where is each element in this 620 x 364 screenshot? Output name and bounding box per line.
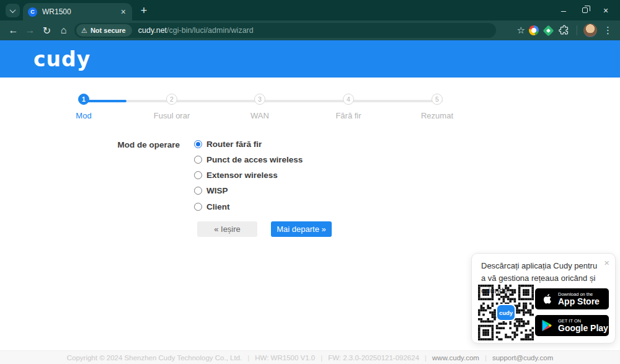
option-client[interactable]: Client (194, 202, 303, 211)
google-play-badge[interactable]: GET IT ON Google Play (535, 315, 609, 336)
browser-tab[interactable]: C WR1500 × (23, 3, 132, 20)
copyright-text: Copyright © 2024 Shenzhen Cudy Technolog… (67, 354, 242, 362)
cudy-logo: cudy (33, 47, 91, 71)
cudy-favicon-icon: C (28, 7, 37, 17)
restore-button[interactable] (574, 1, 595, 20)
app-download-popup: × Descărcați aplicația Cudy pentru a vă … (471, 253, 616, 344)
tab-search-button[interactable] (6, 4, 20, 17)
security-label: Not secure (91, 27, 126, 34)
radio-button[interactable] (194, 156, 202, 164)
option-wisp[interactable]: WISP (194, 187, 303, 195)
back-button[interactable]: ← (5, 22, 22, 39)
extensions-puzzle-icon[interactable] (558, 24, 570, 37)
step-wireless: 4 Fără fir (311, 92, 386, 120)
option-wireless-router[interactable]: Router fără fir (194, 140, 303, 148)
radio-button[interactable] (194, 203, 202, 211)
operation-mode-form: Mod de operare Router fără fir Punct de … (0, 140, 620, 218)
app-store-badge[interactable]: Download on the App Store (535, 288, 609, 309)
minimize-button[interactable]: – (553, 1, 574, 20)
url-text: cudy.net/cgi-bin/luci/admin/wizard (138, 26, 254, 35)
tab-title: WR1500 (42, 7, 120, 16)
browser-tab-strip: C WR1500 × + – × (0, 0, 620, 20)
radio-button[interactable] (194, 187, 202, 195)
tab-close-icon[interactable]: × (120, 7, 127, 16)
website-link[interactable]: www.cudy.com (432, 354, 479, 362)
mode-options: Router fără fir Punct de acces wireless … (194, 140, 303, 218)
step-timezone: 2 Fusul orar (135, 92, 209, 120)
window-controls: – × (553, 0, 616, 20)
security-chip[interactable]: ⚠ Not secure (76, 24, 132, 37)
toolbar-divider (577, 25, 577, 35)
chevron-down-icon (10, 7, 16, 13)
option-access-point[interactable]: Punct de acces wireless (194, 155, 303, 164)
new-tab-button[interactable]: + (136, 3, 151, 18)
next-button[interactable]: Mai departe » (271, 221, 332, 237)
step-mode: 1 Mod (46, 92, 121, 120)
warning-icon: ⚠ (81, 27, 87, 34)
google-play-icon (541, 319, 554, 332)
step-summary: 5 Rezumat (400, 92, 474, 120)
profile-avatar[interactable] (583, 24, 597, 37)
wizard-stepper: 1 Mod 2 Fusul orar 3 WAN 4 Fără fir 5 Re… (78, 92, 450, 123)
qr-cudy-logo: cudy (496, 304, 516, 321)
browser-toolbar: ← → ↻ ⌂ ⚠ Not secure cudy.net/cgi-bin/lu… (0, 20, 620, 40)
extension-icon[interactable] (529, 25, 539, 35)
qr-code: cudy (478, 285, 534, 340)
reload-button[interactable]: ↻ (38, 22, 55, 39)
menu-kebab-icon[interactable]: ⋮ (601, 25, 615, 36)
address-bar[interactable]: ⚠ Not secure cudy.net/cgi-bin/luci/admin… (74, 23, 496, 38)
page-footer: Copyright © 2024 Shenzhen Cudy Technolog… (0, 350, 620, 364)
firmware-version: FW: 2.3.0-20250121-092624 (328, 354, 419, 362)
support-email-link[interactable]: support@cudy.com (492, 354, 553, 362)
option-wireless-extender[interactable]: Extensor wireless (194, 171, 303, 180)
radio-button[interactable] (194, 171, 202, 179)
step-wan: 3 WAN (223, 92, 297, 120)
close-window-button[interactable]: × (595, 1, 616, 20)
radio-button[interactable] (194, 140, 202, 148)
restore-icon (582, 7, 588, 13)
bookmark-star-icon[interactable]: ☆ (517, 25, 525, 36)
app-header: cudy (0, 40, 620, 78)
exit-button[interactable]: « Ieșire (197, 221, 257, 237)
operation-mode-label: Mod de operare (0, 140, 180, 218)
popup-close-icon[interactable]: × (604, 257, 609, 268)
forward-button[interactable]: → (22, 22, 38, 39)
extension-icon-2[interactable] (542, 25, 554, 36)
home-button[interactable]: ⌂ (55, 22, 72, 39)
hardware-version: HW: WR1500 V1.0 (255, 354, 315, 362)
apple-icon (541, 292, 554, 306)
